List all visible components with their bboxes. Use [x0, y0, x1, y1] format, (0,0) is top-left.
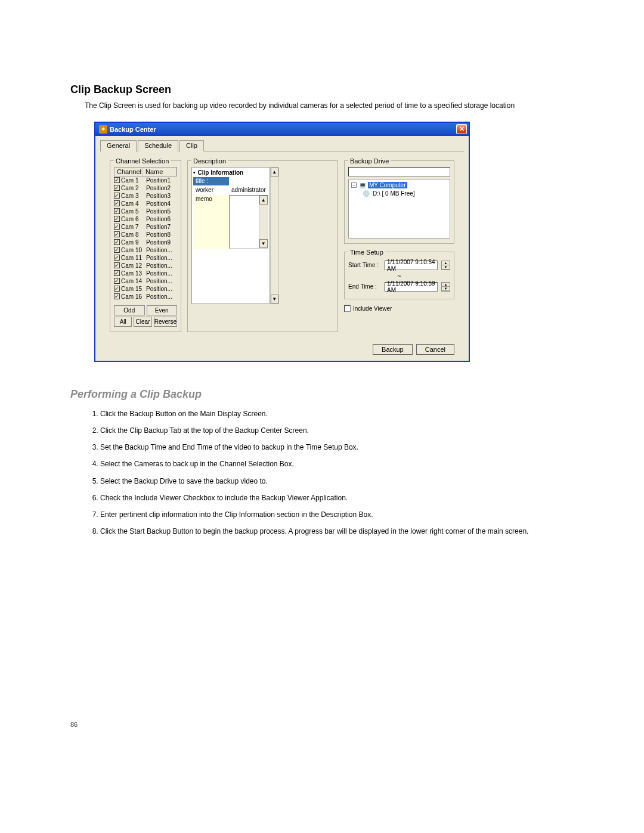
intro-paragraph: The Clip Screen is used for backing up v… — [85, 101, 574, 111]
channel-row[interactable]: ✓Cam 11Position... — [114, 254, 177, 262]
channel-row[interactable]: ✓Cam 3Position3 — [114, 192, 177, 200]
channel-row[interactable]: ✓Cam 2Position2 — [114, 184, 177, 192]
channel-id: Cam 15 — [121, 286, 146, 292]
tab-clip[interactable]: Clip — [179, 140, 204, 151]
channel-row[interactable]: ✓Cam 10Position... — [114, 246, 177, 254]
channel-name: Position2 — [146, 185, 177, 191]
chevron-up-icon[interactable]: ▲ — [442, 283, 450, 287]
step-item: Select the Backup Drive to save the back… — [100, 476, 574, 486]
tree-root[interactable]: MY Computer — [368, 182, 407, 188]
channel-checkbox[interactable]: ✓ — [114, 231, 120, 237]
clear-button[interactable]: Clear — [134, 317, 151, 327]
channel-checkbox[interactable]: ✓ — [114, 247, 120, 253]
title-input[interactable] — [229, 177, 268, 185]
start-time-label: Start Time : — [348, 262, 381, 268]
tab-general[interactable]: General — [100, 140, 137, 151]
even-button[interactable]: Even — [147, 305, 178, 315]
channel-row[interactable]: ✓Cam 13Position... — [114, 270, 177, 277]
step-item: Select the Cameras to back up in the Cha… — [100, 459, 574, 469]
drive-path-input[interactable] — [348, 167, 450, 176]
channel-checkbox[interactable]: ✓ — [114, 270, 120, 276]
chevron-down-icon[interactable]: ▼ — [442, 265, 450, 270]
channel-id: Cam 6 — [121, 216, 146, 222]
channel-checkbox[interactable]: ✓ — [114, 286, 120, 292]
titlebar[interactable]: ✶ Backup Center ✕ — [95, 123, 469, 136]
drive-tree[interactable]: − 💻 MY Computer 💿 D:\ [ 0 MB Free] — [348, 179, 450, 239]
channel-row[interactable]: ✓Cam 6Position6 — [114, 215, 177, 223]
channel-row[interactable]: ✓Cam 8Position8 — [114, 231, 177, 239]
include-viewer-checkbox[interactable] — [344, 305, 351, 312]
channel-name: Position... — [146, 293, 177, 300]
step-item: Click the Backup Button on the Main Disp… — [100, 409, 574, 419]
channel-id: Cam 3 — [121, 193, 146, 199]
channel-id: Cam 12 — [121, 262, 146, 269]
end-time-input[interactable]: 1/11/2007 9:10:59 AM — [385, 282, 438, 292]
channel-id: Cam 11 — [121, 255, 146, 261]
channel-id: Cam 14 — [121, 278, 146, 284]
channel-checkbox[interactable]: ✓ — [114, 208, 120, 214]
channel-row[interactable]: ✓Cam 12Position... — [114, 262, 177, 270]
channel-checkbox[interactable]: ✓ — [114, 185, 120, 191]
scroll-down-icon[interactable]: ▼ — [259, 239, 268, 248]
channel-id: Cam 5 — [121, 208, 146, 215]
memo-scrollbar[interactable]: ▲ ▼ — [259, 196, 268, 248]
channel-checkbox[interactable]: ✓ — [114, 293, 120, 299]
channel-row[interactable]: ✓Cam 14Position... — [114, 277, 177, 285]
close-icon[interactable]: ✕ — [456, 124, 467, 134]
window-title: Backup Center — [110, 126, 456, 133]
chevron-down-icon[interactable]: ▼ — [442, 287, 450, 291]
channel-name: Position1 — [146, 177, 177, 184]
channel-checkbox[interactable]: ✓ — [114, 177, 120, 183]
channel-checkbox[interactable]: ✓ — [114, 239, 120, 245]
channel-row[interactable]: ✓Cam 16Position... — [114, 293, 177, 301]
step-item: Click the Start Backup Button to begin t… — [100, 527, 574, 536]
backup-button[interactable]: Backup — [373, 344, 413, 355]
tree-collapse-icon[interactable]: − — [351, 182, 357, 188]
clip-information-header: Clip Information — [193, 169, 268, 176]
scroll-down-icon[interactable]: ▼ — [271, 295, 278, 304]
channel-checkbox[interactable]: ✓ — [114, 193, 120, 199]
all-button[interactable]: All — [114, 317, 132, 327]
channel-row[interactable]: ✓Cam 15Position... — [114, 285, 177, 293]
channel-table-header: Channel Name — [114, 167, 177, 176]
backup-drive-group: Backup Drive − 💻 MY Computer 💿 D:\ [ 0 M… — [344, 157, 454, 244]
channel-id: Cam 9 — [121, 239, 146, 246]
channel-row[interactable]: ✓Cam 4Position4 — [114, 200, 177, 208]
channel-row[interactable]: ✓Cam 5Position5 — [114, 208, 177, 215]
channel-checkbox[interactable]: ✓ — [114, 224, 120, 230]
reverse-button[interactable]: Reverse — [154, 317, 177, 327]
tab-schedule[interactable]: Schedule — [138, 140, 178, 151]
channel-checkbox[interactable]: ✓ — [114, 200, 120, 206]
subsection-heading: Performing a Clip Backup — [70, 388, 574, 401]
channel-checkbox[interactable]: ✓ — [114, 278, 120, 284]
page-number: 86 — [70, 721, 574, 728]
channel-row[interactable]: ✓Cam 7Position7 — [114, 223, 177, 231]
channel-row[interactable]: ✓Cam 1Position1 — [114, 176, 177, 184]
channel-id: Cam 13 — [121, 270, 146, 277]
tree-drive-d[interactable]: D:\ [ 0 MB Free] — [371, 190, 416, 197]
memo-textarea[interactable]: ▲ ▼ — [229, 195, 268, 249]
odd-button[interactable]: Odd — [114, 305, 145, 315]
scroll-up-icon[interactable]: ▲ — [259, 196, 268, 205]
channel-id: Cam 10 — [121, 247, 146, 253]
title-row[interactable]: title : — [193, 177, 268, 186]
channel-id: Cam 4 — [121, 200, 146, 207]
description-legend: Description — [191, 157, 228, 165]
step-item: Enter pertinent clip information into th… — [100, 510, 574, 519]
start-time-spinner[interactable]: ▲▼ — [441, 261, 450, 270]
channel-checkbox[interactable]: ✓ — [114, 262, 120, 268]
description-scrollbar[interactable]: ▲ ▼ — [270, 167, 279, 304]
end-time-label: End Time : — [348, 283, 381, 290]
channel-selection-legend: Channel Selection — [114, 157, 171, 165]
chevron-up-icon[interactable]: ▲ — [442, 261, 450, 265]
channel-row[interactable]: ✓Cam 9Position9 — [114, 239, 177, 246]
end-time-spinner[interactable]: ▲▼ — [441, 282, 450, 292]
computer-icon: 💻 — [358, 182, 366, 188]
channel-name: Position7 — [146, 224, 177, 230]
cancel-button[interactable]: Cancel — [416, 344, 454, 355]
start-time-input[interactable]: 1/11/2007 9:10:54 AM — [385, 261, 438, 270]
include-viewer-label: Include Viewer — [353, 305, 392, 312]
channel-checkbox[interactable]: ✓ — [114, 216, 120, 222]
scroll-up-icon[interactable]: ▲ — [271, 168, 278, 176]
channel-checkbox[interactable]: ✓ — [114, 255, 120, 261]
